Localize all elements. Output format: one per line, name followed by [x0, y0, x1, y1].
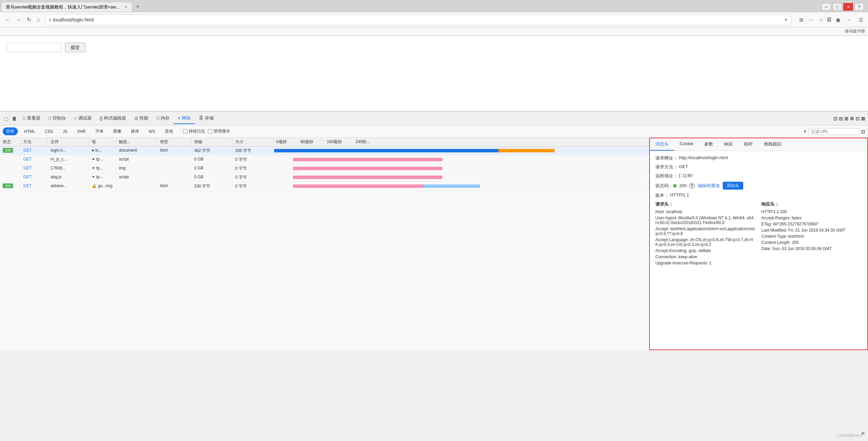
devtools-dock-side[interactable]: ⊞	[844, 116, 849, 121]
hamburger-button[interactable]: ☰	[857, 16, 865, 24]
edit-resend-button[interactable]: 编辑和重发	[698, 183, 720, 189]
home-button[interactable]: ⌂	[35, 15, 42, 24]
status-dot	[673, 184, 677, 188]
login-input[interactable]	[7, 43, 62, 52]
row2-size: 0 字节	[232, 155, 273, 164]
maximize-button[interactable]: □	[832, 3, 842, 11]
help-button[interactable]: ?	[854, 3, 864, 11]
disable-cache-checkbox[interactable]: 禁用缓存	[208, 128, 230, 134]
back-nav-button[interactable]: ←	[845, 16, 854, 24]
filter-html[interactable]: HTML	[21, 128, 39, 135]
row1-method: GET	[21, 147, 48, 155]
new-tab-button[interactable]: +	[133, 3, 143, 11]
req-header-5: Connection: keep-alive	[655, 254, 756, 259]
table-row[interactable]: 200 GET login.h... ● lo... document html…	[0, 147, 649, 155]
page-content-area: 提交	[0, 36, 868, 111]
row5-method: GET	[21, 182, 48, 191]
devtools-tab-debugger[interactable]: ○ 调试器	[70, 113, 96, 124]
filter-xhr[interactable]: XHR	[74, 128, 89, 135]
res-header-0: HTTP/1.1 200	[761, 209, 862, 214]
debugger-icon: ○	[74, 115, 77, 121]
row4-trigger: script	[116, 173, 157, 182]
url-filter-expand[interactable]: ⊡	[861, 129, 865, 134]
filter-ws[interactable]: WS	[145, 128, 159, 135]
row3-method: GET	[21, 164, 48, 173]
devtools-tab-network[interactable]: ≡ 网络	[174, 113, 195, 124]
col-status: 状态	[0, 138, 21, 146]
forward-button[interactable]: →	[14, 15, 23, 24]
persist-log-checkbox[interactable]: 持续日志	[183, 128, 205, 134]
status-help-button[interactable]: ?	[689, 183, 695, 189]
library-icon: 𝕀𝕀	[827, 16, 831, 23]
submit-button[interactable]: 提交	[65, 43, 85, 52]
row4-method: GET	[21, 173, 48, 182]
url-filter-icon: ▼	[803, 129, 807, 134]
memory-icon: □	[157, 115, 159, 121]
table-row[interactable]: 200 GET adview... 🔒 go...img html 530 字节…	[0, 182, 649, 191]
raw-headers-button[interactable]: 原始头	[723, 182, 743, 190]
filter-image[interactable]: 图像	[110, 127, 125, 135]
detail-tab-headers[interactable]: 消息头	[650, 138, 674, 151]
split-view-button[interactable]: ▣	[834, 16, 842, 24]
table-row[interactable]: GET 17608... ✦ tp... img 0 GB 0 字节	[0, 164, 649, 173]
devtools-more[interactable]: ⊡	[856, 116, 860, 121]
row2-transfer: 0 GB	[191, 155, 232, 164]
row2-status	[0, 155, 21, 164]
row1-size: 265 字节	[232, 147, 273, 155]
refresh-button[interactable]: ↻	[25, 15, 33, 24]
row3-domain: ✦ tp...	[89, 164, 116, 173]
devtools-tab-memory[interactable]: □ 内存	[152, 113, 174, 124]
headers-section: 请求头： Host: localhost User-Agent: Mozilla…	[655, 201, 862, 267]
devtools-tab-style[interactable]: {} 样式编辑器	[96, 113, 131, 124]
row4-size: 0 字节	[232, 173, 273, 182]
row5-type: html	[157, 182, 191, 191]
minimize-button[interactable]: ─	[822, 3, 831, 11]
url-filter-input[interactable]	[809, 128, 860, 135]
devtools-settings[interactable]: ⚙	[850, 116, 854, 121]
filter-css[interactable]: CSS	[41, 128, 57, 135]
row1-trigger: document	[116, 147, 157, 155]
table-row[interactable]: GET abg.js ✦ tp... script 0 GB 0 字节	[0, 173, 649, 182]
extensions-button[interactable]: ⊞	[797, 16, 805, 24]
devtools-split-button[interactable]: ⊟	[839, 116, 843, 121]
network-content: 状态 方法 文件 域 触发... 类型 传输 大小 0毫秒 80毫秒 160毫秒…	[0, 138, 868, 350]
devtools-tab-storage[interactable]: 🗄 存储	[195, 113, 218, 124]
network-table: 状态 方法 文件 域 触发... 类型 传输 大小 0毫秒 80毫秒 160毫秒…	[0, 138, 649, 350]
devtools-tab-performance[interactable]: ◎ 性能	[130, 113, 152, 124]
row2-timeline	[273, 155, 649, 164]
devtools-pick-element[interactable]: ⬚	[3, 114, 10, 123]
detail-tab-response[interactable]: 响应	[719, 138, 738, 151]
star-button[interactable]: ☆	[817, 16, 826, 24]
address-bar[interactable]: ℹ localhost/login.html ▾	[45, 14, 792, 25]
filter-media[interactable]: 媒体	[128, 127, 143, 135]
row5-trigger	[116, 182, 157, 191]
detail-tab-cookie[interactable]: Cookie	[674, 138, 699, 151]
address-dropdown-icon[interactable]: ▾	[785, 17, 787, 22]
filter-font[interactable]: 字体	[92, 127, 107, 135]
menu-button[interactable]: ⋯	[807, 16, 816, 24]
devtools-dock-button[interactable]: ⊡	[833, 116, 838, 121]
col-trigger: 触发...	[116, 138, 157, 146]
row4-timeline	[273, 173, 649, 182]
devtools-tab-inspector[interactable]: □ 查看器	[19, 113, 44, 124]
detail-tab-stack[interactable]: 堆栈跟踪	[758, 138, 787, 151]
filter-all[interactable]: 所有	[3, 127, 18, 135]
browser-tab[interactable]: 黑马servlet视频全套视频教程，快速入门servlet原理+servlet实…	[1, 2, 132, 12]
detail-tabs: 消息头 Cookie 参数 响应 耗时 堆栈跟踪	[650, 138, 867, 151]
address-lock-icon: ℹ	[49, 17, 51, 22]
devtools-tab-console[interactable]: □ 控制台	[44, 113, 70, 124]
row3-timeline	[273, 164, 649, 173]
devtools-close[interactable]: ⊠	[861, 116, 865, 121]
back-button[interactable]: ←	[3, 15, 12, 24]
detail-tab-params[interactable]: 参数	[699, 138, 719, 151]
table-row[interactable]: GET m_js_c... ✦ tp... script 0 GB 0 字节	[0, 155, 649, 164]
detail-tab-timing[interactable]: 耗时	[738, 138, 758, 151]
filter-other[interactable]: 其他	[161, 127, 176, 135]
filter-js[interactable]: JS	[59, 128, 71, 135]
devtools-trash[interactable]: 🗑	[11, 114, 18, 123]
version-row: 版本： HTTP/1.1	[655, 192, 862, 198]
close-window-button[interactable]: ✕	[843, 3, 853, 11]
row3-type	[157, 164, 191, 173]
tab-close-icon[interactable]: ×	[125, 4, 128, 10]
col-waterfall: 0毫秒 80毫秒 160毫秒 240秒...	[273, 138, 649, 146]
